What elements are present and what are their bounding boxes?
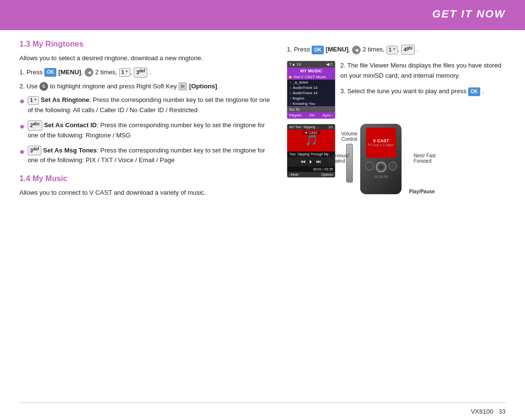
- music-step-2: 2. The file Viewer Menu displays the fil…: [340, 61, 506, 81]
- phone-3d-diagram: V CAST Fri Sep 9 1:06pm: [360, 124, 402, 194]
- set-ringtone-label: Set As Ringtone: [41, 96, 89, 103]
- screen-bottom-bar: Playlist OK Sync↑: [287, 112, 335, 118]
- left-column: 1.3 My Ringtones Allows you to select a …: [19, 40, 272, 391]
- screen-goto: Go To: [287, 107, 335, 112]
- ringtones-step-1: 1. Press OK [MENU], ◀ 2 times, 1 ⁺, 3def…: [19, 67, 272, 78]
- bullet-set-contact-id: ● 2abc Set As Contact ID: Press the corr…: [19, 120, 272, 141]
- page-header: GET IT NOW: [0, 0, 525, 28]
- music-description: Allows you to connect to V CAST and down…: [19, 188, 272, 198]
- play-pause-label-el: Play/Pause: [409, 189, 435, 194]
- player-bottom: ♪Mute Options: [287, 172, 335, 177]
- page-number: VX8100 33: [471, 408, 506, 415]
- key-4ghi-music-icon: 4ghi: [401, 45, 415, 54]
- screenshots-row: T▲ 1X ◀ C MY MUSIC ▶ Get V CAST Music ♪ …: [287, 61, 506, 119]
- music-heading: 1.4 My Music: [19, 174, 272, 183]
- music-step-1: 1. Press OK [MENU], ◀ 2 times, 1 ⁺, 4ghi…: [287, 45, 506, 55]
- phone-center-btn: [376, 162, 386, 172]
- music-note-icon: 🎵: [305, 134, 318, 147]
- ringtones-description: Allows you to select a desired ringtone,…: [19, 53, 272, 64]
- screen-item-5: ♪ Knowing You: [287, 101, 335, 106]
- softkey-icon: ⊳: [178, 82, 187, 91]
- player-controls: ⏮ ⏵ ⏭: [287, 157, 335, 167]
- nav-left-icon: ◀: [85, 68, 93, 77]
- screen-top-bar: T▲ 1X ◀ C: [287, 61, 335, 67]
- section-ringtones: 1.3 My Ringtones Allows you to select a …: [19, 40, 272, 166]
- key-2abc-bullet-icon: 2abc: [28, 120, 42, 130]
- right-column: 1. Press OK [MENU], ◀ 2 times, 1 ⁺, 4ghi…: [287, 40, 506, 391]
- phone-right-btn: [388, 162, 397, 170]
- up-down-nav-icon: ⇅: [39, 82, 48, 91]
- prev-rewind-label: Previous/Rewind: [329, 153, 349, 164]
- ringtones-heading: 1.3 My Ringtones: [19, 40, 272, 49]
- player-track: Two: Slipping Through My: [287, 151, 335, 157]
- player-screen: Act Two: Slipping ... 1/1 ▼ CAST 🎵 Two: …: [287, 124, 335, 178]
- next-btn-icon: ⏭: [316, 159, 321, 164]
- key-3def-bullet-icon: 3def: [28, 146, 41, 155]
- set-contact-id-label: Set As Contact ID: [44, 121, 97, 129]
- music-step-3: 3. Select the tune you want to play and …: [340, 86, 506, 97]
- ok-button-icon: OK: [44, 68, 56, 77]
- my-music-screen: T▲ 1X ◀ C MY MUSIC ▶ Get V CAST Music ♪ …: [287, 61, 335, 119]
- key-1-icon: 1 ⁺: [119, 68, 130, 77]
- screen-item-get-cast: ▶ Get V CAST Music: [287, 74, 335, 80]
- volume-label: VolumeControl: [341, 131, 357, 142]
- phone-keypad: [374, 175, 388, 178]
- phone-body: V CAST Fri Sep 9 1:06pm: [360, 124, 402, 194]
- screen-item-4: ♪ fingers: [287, 96, 335, 101]
- screen-item-1: ♪ _a_dram: [287, 80, 335, 85]
- key-1-bullet-icon: 1 ⁺: [28, 96, 39, 105]
- menu-label: [MENU]: [58, 68, 81, 76]
- step-2-text: 2. The file Viewer Menu displays the fil…: [340, 61, 506, 119]
- bullet-set-msg-tones: ● 3def Set As Msg Tones: Press the corre…: [19, 146, 272, 166]
- screen-title: MY MUSIC: [287, 67, 335, 74]
- prev-btn-icon: ⏮: [301, 159, 306, 164]
- ok-btn-music-3: OK: [468, 87, 480, 96]
- player-time: 00:01 / 03:35: [287, 167, 335, 172]
- phone-screen-top: V CAST Fri Sep 9 1:06pm: [366, 128, 396, 158]
- main-content: 1.3 My Ringtones Allows you to select a …: [0, 30, 525, 401]
- play-btn-icon: ⏵: [309, 159, 314, 164]
- player-top-bar: Act Two: Slipping ... 1/1: [287, 124, 335, 130]
- next-forward-label: Next/ FastForward: [414, 153, 436, 164]
- key-3def-icon: 3def: [134, 67, 147, 77]
- ringtones-step-2: 2. Use ⇅ to highlight ringtone and press…: [19, 82, 272, 92]
- music-steps: 1. Press OK [MENU], ◀ 2 times, 1 ⁺, 4ghi…: [287, 45, 506, 194]
- menu-label-music: [MENU]: [326, 46, 349, 53]
- key-1-music-icon: 1 ⁺: [386, 46, 398, 54]
- set-msg-tones-label: Set As Msg Tones: [43, 147, 97, 154]
- phone-left-btn: [365, 162, 374, 170]
- nav-left-music-icon: ◀: [352, 46, 361, 54]
- player-area: Act Two: Slipping ... 1/1 ▼ CAST 🎵 Two: …: [287, 124, 506, 194]
- phone-diagram-area: VolumeControl V CAST Fri Sep 9 1:06pm: [341, 124, 402, 194]
- screen-item-3: ♪ AudioTrack 14: [287, 90, 335, 96]
- section-music: 1.4 My Music Allows you to connect to V …: [19, 174, 272, 198]
- page-num: 33: [499, 408, 506, 415]
- ok-btn-music-1: OK: [312, 46, 324, 54]
- header-title: GET IT NOW: [432, 8, 506, 20]
- options-label: [Options]: [189, 83, 217, 90]
- phone-nav-btns: [365, 162, 397, 172]
- bullet-set-ringtone: ● 1 ⁺ Set As Ringtone: Press the corresp…: [19, 95, 272, 116]
- model-number: VX8100: [471, 408, 493, 415]
- player-art: ▼ CAST 🎵: [287, 130, 335, 151]
- screen-item-2: ♪ AudioTrack 13: [287, 85, 335, 90]
- bottom-divider: [19, 403, 506, 403]
